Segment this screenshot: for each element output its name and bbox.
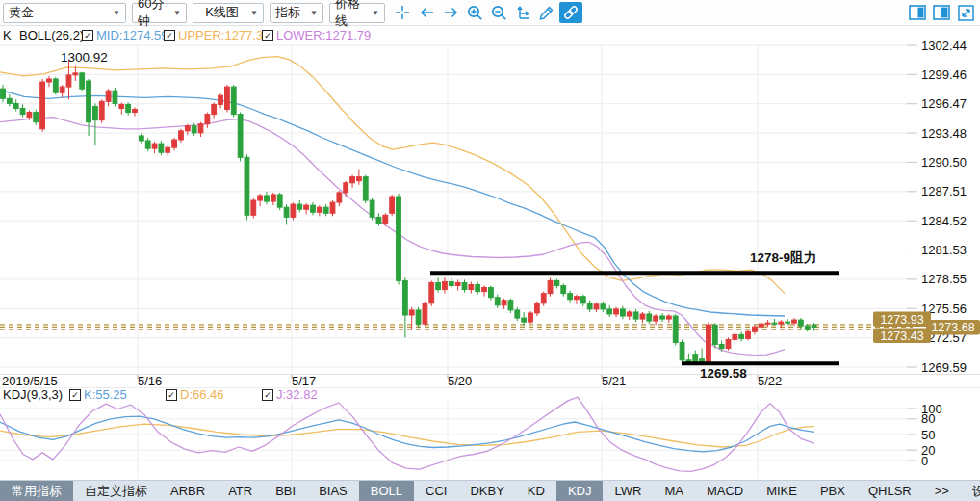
boll-mid-toggle[interactable]: ✓ MID:1274.59: [82, 28, 168, 42]
indicator-tab-bar: 常用指标自定义指标ARBRATRBBIBIASBOLLCCIDKBYKDKDJL…: [0, 480, 980, 501]
candle-body: [113, 91, 117, 103]
candle-body: [772, 323, 777, 324]
candle-body: [126, 104, 131, 112]
chevron-down-icon: ▼: [173, 9, 181, 17]
period-select[interactable]: 60分钟 ▼: [132, 3, 187, 23]
tab-kd[interactable]: KD: [516, 481, 556, 501]
candle-body: [759, 324, 763, 327]
checkbox-icon[interactable]: ✓: [166, 389, 177, 401]
arrow-left-icon[interactable]: [415, 2, 438, 23]
candle-body: [60, 87, 64, 92]
checkbox-icon[interactable]: ✓: [82, 30, 93, 41]
candle-body: [719, 345, 724, 349]
chevron-down-icon: ▼: [310, 9, 318, 17]
candle-body: [508, 301, 513, 310]
candle-body: [443, 281, 448, 289]
tab-qhlsr[interactable]: QHLSR: [857, 481, 923, 501]
candle-body: [601, 304, 606, 309]
checkbox-icon[interactable]: ✓: [262, 389, 273, 401]
zoom-out-icon[interactable]: [487, 2, 510, 23]
candle-body: [798, 320, 803, 326]
expand-icon[interactable]: [954, 2, 977, 23]
candle-body: [27, 113, 32, 118]
candle-body: [627, 312, 632, 316]
chart-type-select[interactable]: K线图 ▼: [193, 3, 264, 23]
boll-upper-line: [0, 57, 785, 294]
tab-bbi[interactable]: BBI: [264, 481, 307, 501]
candle-body: [660, 316, 665, 319]
panel-wide-right-icon[interactable]: [930, 2, 953, 23]
kdj-d-toggle[interactable]: ✓ D:66.46: [166, 387, 224, 402]
tab-ma[interactable]: MA: [653, 481, 695, 501]
candle-body: [390, 197, 395, 213]
tab-common-indicators[interactable]: 常用指标: [0, 481, 73, 501]
y-axis-label: 1296.47: [921, 96, 967, 111]
kdj-d-line: [0, 424, 814, 447]
link-icon[interactable]: [559, 2, 582, 23]
kdj-scale-label: 0: [921, 454, 928, 468]
tab-kdj[interactable]: KDJ: [556, 481, 604, 501]
chevron-down-icon: ▼: [250, 9, 258, 17]
period-select-value: 60分钟: [138, 0, 168, 30]
indicator-select[interactable]: 指标 ▼: [270, 3, 323, 23]
candle-body: [80, 73, 85, 89]
price-line-select[interactable]: 价格线 ▼: [329, 3, 385, 23]
high-price-label: 1300.92: [61, 50, 108, 65]
arrow-right-icon[interactable]: [439, 2, 462, 23]
kdj-k-toggle[interactable]: ✓ K:55.25: [69, 387, 127, 402]
kdj-scale-label: 50: [921, 428, 935, 442]
candle-body: [640, 314, 645, 319]
zoom-in-icon[interactable]: [463, 2, 486, 23]
crosshair-icon[interactable]: [391, 2, 414, 23]
candle-body: [805, 326, 810, 329]
boll-upper-toggle[interactable]: ✓ UPPER:1277.39: [164, 28, 270, 42]
candle-body: [554, 280, 559, 285]
tab-mike[interactable]: MIKE: [755, 481, 809, 501]
tab-dkby[interactable]: DKBY: [458, 481, 515, 501]
tab-settings[interactable]: 设置: [961, 481, 980, 501]
candle-body: [502, 301, 506, 305]
tab-custom-indicators[interactable]: 自定义指标: [73, 481, 159, 501]
candle-body: [119, 104, 124, 108]
panel-right-icon[interactable]: [906, 2, 929, 23]
candle-body: [726, 339, 731, 348]
tab-lwr[interactable]: LWR: [603, 481, 653, 501]
candle-body: [469, 284, 474, 289]
candle-body: [587, 303, 592, 309]
symbol-select-value: 黄金: [9, 4, 34, 21]
candle-body: [416, 310, 421, 324]
candle-body: [258, 196, 263, 200]
checkbox-icon[interactable]: ✓: [164, 30, 175, 41]
candle-body: [357, 177, 362, 181]
candle-body: [87, 81, 91, 122]
boll-mid-line: [0, 90, 785, 316]
candle-body: [594, 304, 599, 309]
tab-atr[interactable]: ATR: [217, 481, 264, 501]
tab-arbr[interactable]: ARBR: [159, 481, 217, 501]
kdj-k-line: [0, 416, 814, 452]
candle-body: [779, 322, 784, 324]
candle-body: [402, 280, 407, 315]
tab-macd[interactable]: MACD: [695, 481, 755, 501]
candle-body: [753, 327, 758, 331]
candle-body: [7, 98, 12, 103]
tab-cci[interactable]: CCI: [414, 481, 458, 501]
candle-body: [304, 205, 309, 209]
checkbox-icon[interactable]: ✓: [262, 30, 273, 41]
axis-scale-icon[interactable]: [511, 2, 534, 23]
candle-body: [106, 91, 111, 101]
kdj-scale-label: 100: [921, 402, 942, 416]
pencil-icon[interactable]: [535, 2, 558, 23]
tab-more[interactable]: >>: [923, 481, 961, 501]
kdj-j-toggle[interactable]: ✓ J:32.82: [262, 387, 318, 402]
boll-lower-toggle[interactable]: ✓ LOWER:1271.79: [262, 28, 371, 42]
symbol-select[interactable]: 黄金 ▼: [3, 3, 126, 23]
tab-bias[interactable]: BIAS: [307, 481, 359, 501]
candle-body: [47, 79, 52, 82]
candle-body: [284, 207, 289, 217]
tab-boll[interactable]: BOLL: [359, 481, 414, 501]
tab-pbx[interactable]: PBX: [809, 481, 857, 501]
candle-body: [93, 106, 98, 119]
checkbox-icon[interactable]: ✓: [69, 389, 81, 401]
candle-body: [34, 113, 39, 122]
